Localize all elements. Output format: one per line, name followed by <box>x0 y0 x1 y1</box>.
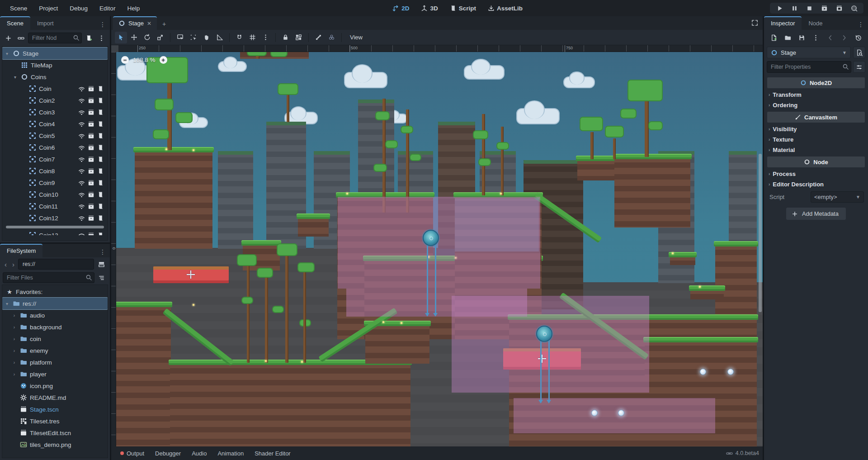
zoom-out-button[interactable]: − <box>121 56 129 64</box>
menu-help[interactable]: Help <box>122 3 145 14</box>
distraction-free-icon[interactable] <box>751 19 758 26</box>
stop-button[interactable] <box>805 4 813 12</box>
scene-tree-row-stage[interactable]: ▾Stage <box>2 47 108 59</box>
pan-tool-button[interactable] <box>200 32 212 43</box>
expander-icon[interactable]: › <box>11 372 17 377</box>
scene-tree-row-coin8[interactable]: Coin8 <box>2 165 108 177</box>
workspace-assetlib[interactable]: AssetLib <box>484 4 526 13</box>
ik-tool-button[interactable] <box>326 32 338 43</box>
scene-tree-row-coin12[interactable]: Coin12 <box>2 212 108 224</box>
fs-row-stage-tscn[interactable]: Stage.tscn <box>2 403 108 415</box>
tab-node[interactable]: Node <box>802 16 829 30</box>
signal-badge-icon[interactable] <box>78 168 85 175</box>
property-group-material[interactable]: ›Material <box>767 145 865 155</box>
scene-tree-row-coin11[interactable]: Coin11 <box>2 200 108 212</box>
bottom-panel-audio[interactable]: Audio <box>186 446 212 460</box>
collapse-icon[interactable]: ▾ <box>12 75 18 80</box>
scale-tool-button[interactable] <box>154 32 166 43</box>
bottom-panel-animation[interactable]: Animation <box>212 446 249 460</box>
group-badge-icon[interactable] <box>88 109 94 116</box>
workspace-3d[interactable]: 3D <box>417 4 441 13</box>
coin-sprite[interactable] <box>591 410 598 416</box>
tab-stage-scene[interactable]: Stage ✕ <box>113 16 157 30</box>
scene-tree-row-coins[interactable]: ▾Coins <box>2 71 108 83</box>
script-badge-icon[interactable] <box>97 215 104 222</box>
filter-files-input[interactable] <box>3 272 94 283</box>
group-badge-icon[interactable] <box>88 156 94 163</box>
node-selector[interactable]: Stage ▼ <box>767 47 851 58</box>
fs-row-enemy[interactable]: ›enemy <box>2 345 108 356</box>
bone-tool-button[interactable] <box>312 32 325 43</box>
move-tool-button[interactable] <box>128 32 140 43</box>
collapse-icon[interactable]: ▾ <box>4 51 10 56</box>
signal-badge-icon[interactable] <box>78 215 85 222</box>
layout-toggle-icon[interactable] <box>96 259 107 270</box>
expander-icon[interactable]: › <box>11 325 17 330</box>
bottom-panel-shader-editor[interactable]: Shader Editor <box>249 446 296 460</box>
signal-badge-icon[interactable] <box>78 109 85 116</box>
tab-scene[interactable]: Scene <box>0 16 30 30</box>
menu-scene[interactable]: Scene <box>5 3 33 14</box>
fs-row-res-[interactable]: ▾res:// <box>2 298 108 309</box>
coin-sprite[interactable] <box>618 410 624 416</box>
forward-button[interactable] <box>840 32 848 43</box>
script-badge-icon[interactable] <box>97 133 104 139</box>
property-group-ordering[interactable]: ›Ordering <box>767 100 865 110</box>
property-group-process[interactable]: ›Process <box>767 169 865 179</box>
scene-tree-row-coin6[interactable]: Coin6 <box>2 142 108 153</box>
fs-row-tiles-demo-png[interactable]: tiles_demo.png <box>2 439 108 451</box>
group-badge-icon[interactable] <box>88 97 94 104</box>
history-back-icon[interactable]: ‹ <box>3 261 9 268</box>
ruler-tool-button[interactable] <box>213 32 226 43</box>
resource-load-button[interactable] <box>783 32 792 43</box>
signal-badge-icon[interactable] <box>78 232 85 236</box>
scene-tree-row-tilemap[interactable]: TileMap <box>2 59 108 71</box>
history-button[interactable] <box>854 32 863 43</box>
expander-icon[interactable]: › <box>11 348 17 353</box>
group-badge-icon[interactable] <box>88 191 94 198</box>
script-badge-icon[interactable] <box>97 168 104 175</box>
scene-tree-row-coin2[interactable]: Coin2 <box>2 95 108 106</box>
fs-row-icon-png[interactable]: icon.png <box>2 380 108 392</box>
fs-row-readme-md[interactable]: README.md <box>2 392 108 403</box>
class-header-node2d[interactable]: Node2D <box>767 77 865 88</box>
script-value-dropdown[interactable]: <empty>▼ <box>811 191 864 203</box>
script-badge-icon[interactable] <box>97 156 104 163</box>
fs-row-player[interactable]: ›player <box>2 368 108 380</box>
zoom-level[interactable]: 188.8 % <box>133 57 156 63</box>
movie-button[interactable] <box>850 4 858 12</box>
scene-tree-row-coin5[interactable]: Coin5 <box>2 130 108 142</box>
signal-badge-icon[interactable] <box>78 85 85 92</box>
scene-tree-row-coin4[interactable]: Coin4 <box>2 118 108 130</box>
menu-project[interactable]: Project <box>33 3 63 14</box>
workspace-script[interactable]: Script <box>446 4 480 13</box>
rotate-tool-button[interactable] <box>141 32 153 43</box>
tab-filesystem[interactable]: FileSystem <box>0 244 42 257</box>
pause-button[interactable] <box>790 4 798 12</box>
scene-tree-row-coin3[interactable]: Coin3 <box>2 106 108 118</box>
script-badge-icon[interactable] <box>97 180 104 186</box>
lock-tool-button[interactable] <box>279 32 292 43</box>
coin-sprite[interactable] <box>700 369 706 375</box>
bottom-panel-debugger[interactable]: Debugger <box>150 446 186 460</box>
signal-badge-icon[interactable] <box>78 121 85 128</box>
play-custom-button[interactable] <box>835 4 843 12</box>
scene-tree-row-coin13[interactable]: Coin13 <box>2 229 108 235</box>
grid-snap-tool-button[interactable] <box>246 32 259 43</box>
back-button[interactable] <box>826 32 834 43</box>
property-tools-icon[interactable] <box>853 61 865 73</box>
tab-menu-icon[interactable]: ⋮ <box>854 19 868 30</box>
script-badge-icon[interactable] <box>97 232 104 236</box>
filter-properties-input[interactable] <box>767 61 851 73</box>
play-scene-button[interactable] <box>820 4 828 12</box>
signal-badge-icon[interactable] <box>78 191 85 198</box>
coin-sprite[interactable] <box>727 369 734 375</box>
close-tab-icon[interactable]: ✕ <box>147 20 151 27</box>
expander-icon[interactable]: ▾ <box>4 301 10 306</box>
group-badge-icon[interactable] <box>88 215 94 222</box>
fs-row-tileset-tres[interactable]: Tileset.tres <box>2 415 108 427</box>
property-group-texture[interactable]: ›Texture <box>767 134 865 145</box>
insp-menu-button[interactable] <box>812 32 820 43</box>
script-badge-icon[interactable] <box>97 203 104 210</box>
expander-icon[interactable]: › <box>11 313 17 318</box>
